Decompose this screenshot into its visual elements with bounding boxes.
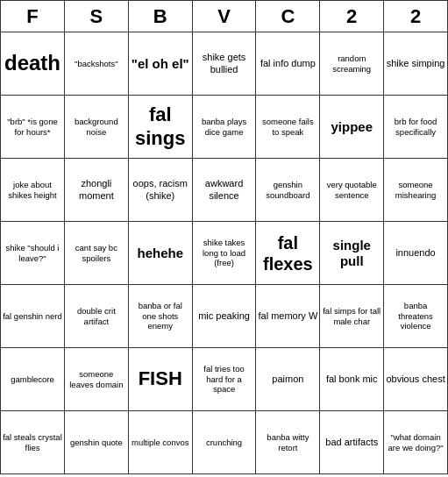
cell-3-0: shike "should i leave?" [1, 222, 65, 285]
col-header-4: C [256, 1, 320, 32]
cell-4-2: banba or fal one shots enemy [128, 285, 192, 348]
cell-2-5: very quotable sentence [320, 159, 384, 222]
cell-5-6: obvious chest [384, 348, 448, 411]
cell-5-3: fal tries too hard for a space [192, 348, 256, 411]
cell-1-3: banba plays dice game [192, 96, 256, 159]
cell-4-5: fal simps for tall male char [320, 285, 384, 348]
cell-0-6: shike simping [384, 32, 448, 96]
cell-2-1: zhongli moment [64, 159, 128, 222]
cell-1-1: background noise [64, 96, 128, 159]
cell-4-1: double crit artifact [64, 285, 128, 348]
col-header-6: 2 [384, 1, 448, 32]
cell-1-6: brb for food specifically [384, 96, 448, 159]
cell-0-4: fal info dump [256, 32, 320, 96]
bingo-board: FSBVC22 death"backshots""el oh el"shike … [0, 0, 448, 474]
cell-4-6: banba threatens violence [384, 285, 448, 348]
cell-0-3: shike gets bullied [192, 32, 256, 96]
cell-0-0: death [1, 32, 65, 96]
cell-0-1: "backshots" [64, 32, 128, 96]
col-header-3: V [192, 1, 256, 32]
col-header-0: F [1, 1, 65, 32]
cell-3-4: fal flexes [256, 222, 320, 285]
cell-3-2: hehehe [128, 222, 192, 285]
cell-3-1: cant say bc spoilers [64, 222, 128, 285]
cell-1-5: yippee [320, 96, 384, 159]
cell-5-1: someone leaves domain [64, 348, 128, 411]
cell-6-4: banba witty retort [256, 411, 320, 474]
cell-1-4: someone fails to speak [256, 96, 320, 159]
cell-6-6: "what domain are we doing?" [384, 411, 448, 474]
cell-3-3: shike takes long to load (free) [192, 222, 256, 285]
cell-1-2: fal sings [128, 96, 192, 159]
cell-4-3: mic peaking [192, 285, 256, 348]
col-header-5: 2 [320, 1, 384, 32]
cell-6-2: multiple convos [128, 411, 192, 474]
col-header-1: S [64, 1, 128, 32]
col-header-2: B [128, 1, 192, 32]
cell-0-5: random screaming [320, 32, 384, 96]
cell-2-0: joke about shikes height [1, 159, 65, 222]
cell-0-2: "el oh el" [128, 32, 192, 96]
cell-6-3: crunching [192, 411, 256, 474]
cell-2-4: genshin soundboard [256, 159, 320, 222]
cell-6-1: genshin quote [64, 411, 128, 474]
cell-5-4: paimon [256, 348, 320, 411]
cell-4-0: fal genshin nerd [1, 285, 65, 348]
cell-5-2: FISH [128, 348, 192, 411]
cell-3-5: single pull [320, 222, 384, 285]
cell-6-0: fal steals crystal flies [1, 411, 65, 474]
cell-6-5: bad artifacts [320, 411, 384, 474]
cell-1-0: "brb" *is gone for hours* [1, 96, 65, 159]
cell-2-3: awkward silence [192, 159, 256, 222]
cell-3-6: innuendo [384, 222, 448, 285]
cell-5-0: gamblecore [1, 348, 65, 411]
cell-4-4: fal memory W [256, 285, 320, 348]
cell-2-2: oops, racism (shike) [128, 159, 192, 222]
cell-5-5: fal bonk mic [320, 348, 384, 411]
cell-2-6: someone mishearing [384, 159, 448, 222]
